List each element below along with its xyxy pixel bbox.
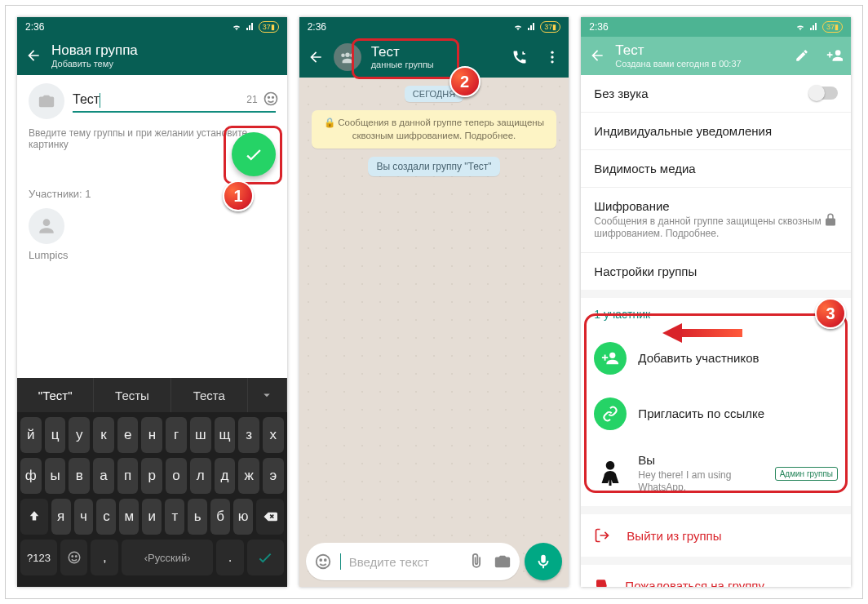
key-д[interactable]: д [215, 458, 236, 494]
media-visibility-row[interactable]: Видимость медиа [581, 149, 851, 187]
voice-button[interactable] [525, 543, 562, 580]
symbols-key[interactable]: ?123 [20, 540, 57, 575]
key-н[interactable]: н [141, 417, 162, 453]
step-badge-1: 1 [223, 180, 254, 211]
back-icon[interactable] [589, 47, 605, 64]
char-counter: 21 [246, 94, 257, 105]
group-photo-picker[interactable] [29, 83, 64, 119]
status-bar: 2:36 37▮ [17, 17, 287, 37]
key-ы[interactable]: ы [45, 458, 66, 494]
key-ю[interactable]: ю [233, 499, 253, 535]
composer-placeholder: Введите текст [349, 555, 460, 569]
toolbar-subtitle: Добавить тему [51, 59, 138, 69]
lock-icon [823, 212, 838, 227]
thumbs-down-icon [594, 578, 609, 587]
annotation-arrow [662, 322, 744, 343]
chat-area[interactable]: СЕГОДНЯ 🔒 Сообщения в данной группе тепе… [299, 78, 569, 587]
group-subject-input[interactable]: Тест [73, 89, 276, 113]
key-в[interactable]: в [69, 458, 90, 494]
keyboard: йцукенгшщзх фывапролджэ ячсмитьбю ?123 ,… [17, 412, 287, 587]
suggestion[interactable]: "Тест" [17, 378, 94, 412]
svg-point-5 [75, 556, 77, 557]
key-я[interactable]: я [51, 499, 71, 535]
key-щ[interactable]: щ [215, 417, 236, 453]
shift-key[interactable] [20, 499, 48, 535]
add-member-icon[interactable] [826, 47, 843, 64]
mute-toggle[interactable] [810, 87, 838, 100]
key-б[interactable]: б [210, 499, 230, 535]
key-р[interactable]: р [141, 458, 162, 494]
key-ч[interactable]: ч [74, 499, 94, 535]
key-о[interactable]: о [166, 458, 187, 494]
key-ь[interactable]: ь [188, 499, 207, 535]
period-key[interactable]: . [216, 540, 244, 575]
mic-icon [534, 553, 552, 571]
svg-point-7 [551, 56, 554, 58]
svg-point-0 [264, 93, 277, 105]
camera-icon[interactable] [494, 553, 512, 571]
emoji-key[interactable] [60, 540, 88, 575]
svg-point-9 [316, 555, 330, 569]
key-т[interactable]: т [165, 499, 184, 535]
key-п[interactable]: п [117, 458, 139, 494]
more-icon[interactable] [544, 49, 560, 65]
key-з[interactable]: з [238, 417, 259, 453]
status-bar: 2:36 37▮ [299, 17, 569, 37]
suggestion[interactable]: Тесты [94, 378, 170, 412]
key-ф[interactable]: ф [20, 458, 42, 494]
group-settings-row[interactable]: Настройки группы [581, 252, 851, 290]
svg-rect-13 [679, 329, 742, 337]
encryption-notice[interactable]: 🔒 Сообщения в данной группе теперь защищ… [312, 110, 556, 149]
key-х[interactable]: х [263, 417, 284, 453]
custom-notifications-row[interactable]: Индивидуальные уведомления [581, 112, 851, 149]
suggestion[interactable]: Теста [171, 378, 248, 412]
report-group-row[interactable]: Пожаловаться на группу [581, 565, 851, 587]
key-м[interactable]: м [119, 499, 139, 535]
wifi-icon [231, 22, 242, 32]
annotation-frame [224, 126, 282, 184]
mute-row[interactable]: Без звука [581, 75, 851, 112]
key-г[interactable]: г [166, 417, 187, 453]
signal-icon [527, 22, 537, 32]
participant-avatar[interactable] [29, 208, 64, 244]
key-е[interactable]: е [117, 417, 139, 453]
battery-icon: 37▮ [259, 21, 279, 33]
comma-key[interactable]: , [91, 540, 118, 575]
svg-point-10 [320, 559, 321, 561]
key-с[interactable]: с [96, 499, 116, 535]
svg-point-4 [72, 556, 73, 557]
enter-key[interactable] [247, 540, 284, 575]
key-л[interactable]: л [190, 458, 211, 494]
step-badge-3: 3 [815, 298, 846, 329]
svg-point-8 [551, 60, 554, 63]
space-key[interactable]: ‹ Русский › [122, 540, 213, 575]
battery-icon: 37▮ [540, 21, 560, 33]
key-у[interactable]: у [69, 417, 90, 453]
key-й[interactable]: й [20, 417, 42, 453]
backspace-key[interactable] [256, 499, 284, 535]
back-icon[interactable] [308, 49, 324, 65]
hide-keyboard-icon[interactable] [248, 378, 287, 412]
status-time: 2:36 [308, 21, 326, 33]
exit-group-row[interactable]: Выйти из группы [581, 514, 851, 557]
key-и[interactable]: и [142, 499, 162, 535]
svg-point-11 [325, 559, 326, 561]
encryption-row[interactable]: Шифрование Сообщения в данной группе защ… [581, 187, 851, 252]
attach-icon[interactable] [467, 553, 485, 571]
key-ц[interactable]: ц [45, 417, 66, 453]
message-composer[interactable]: Введите текст [306, 543, 520, 580]
call-icon[interactable] [512, 49, 528, 65]
status-time: 2:36 [589, 21, 608, 33]
emoji-icon[interactable] [314, 553, 332, 571]
key-к[interactable]: к [93, 417, 114, 453]
edit-icon[interactable] [794, 47, 810, 64]
emoji-icon[interactable] [263, 91, 279, 107]
key-ж[interactable]: ж [238, 458, 259, 494]
exit-icon [594, 527, 610, 544]
key-а[interactable]: а [93, 458, 114, 494]
status-time: 2:36 [25, 21, 44, 33]
status-bar: 2:36 37▮ [581, 17, 851, 37]
key-ш[interactable]: ш [190, 417, 211, 453]
key-э[interactable]: э [263, 458, 284, 494]
back-icon[interactable] [25, 47, 42, 64]
